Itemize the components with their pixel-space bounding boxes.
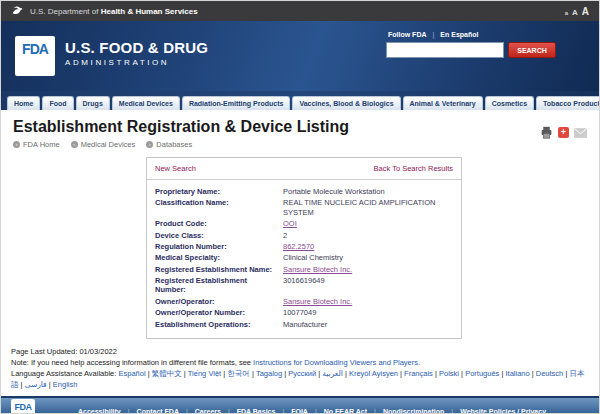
field-row: Classification Name:REAL TIME NUCLEIC AC…: [155, 198, 453, 217]
footer-link-separator: |: [374, 408, 376, 414]
breadcrumb-label: FDA Home: [23, 140, 60, 149]
field-label: Product Code:: [155, 219, 283, 228]
tab-tobacco-products[interactable]: Tobacco Products: [536, 96, 600, 110]
field-label: Owner/Operator Number:: [155, 308, 283, 317]
language-link[interactable]: Polski: [439, 369, 459, 378]
tab-animal-veterinary[interactable]: Animal & Veterinary: [403, 96, 483, 110]
footer-link-contact-fda[interactable]: Contact FDA: [137, 408, 179, 414]
language-assistance-label: Language Assistance Available:: [11, 369, 118, 378]
breadcrumb-label: Medical Devices: [81, 140, 136, 149]
share-icon[interactable]: +: [558, 127, 569, 138]
search-input[interactable]: [386, 42, 504, 58]
font-size-large[interactable]: A: [582, 6, 589, 17]
field-row: Registered Establishment Name:Sansure Bi…: [155, 265, 453, 274]
language-link[interactable]: العربية: [322, 369, 343, 378]
footer-link-accessibility[interactable]: Accessibility: [78, 408, 121, 414]
breadcrumb-label: Databases: [156, 140, 192, 149]
footer-link-website-policies-privacy[interactable]: Website Policies / Privacy: [460, 408, 546, 414]
tab-medical-devices[interactable]: Medical Devices: [112, 96, 180, 110]
page-title: Establishment Registration & Device List…: [13, 118, 587, 136]
hhs-dept-label: U.S. Department of Health & Human Servic…: [30, 7, 198, 16]
field-row: Owner/Operator Number:10077049: [155, 308, 453, 317]
field-row: Regulation Number:862.2570: [155, 242, 453, 251]
field-value[interactable]: 862.2570: [283, 242, 314, 251]
language-link[interactable]: 繁體中文: [152, 369, 182, 378]
language-link[interactable]: Русский: [288, 369, 316, 378]
file-formats-note: Note: If you need help accessing informa…: [11, 358, 589, 369]
font-size-medium[interactable]: A: [572, 8, 578, 17]
language-link[interactable]: Español: [118, 369, 145, 378]
language-assistance-line: Language Assistance Available: Español |…: [11, 369, 589, 391]
field-value: Manufacturer: [283, 320, 327, 329]
font-size-controls[interactable]: a A A: [565, 6, 589, 17]
footer-link-no-fear-act[interactable]: No FEAR Act: [324, 408, 367, 414]
viewers-players-link[interactable]: Instructions for Downloading Viewers and…: [253, 358, 420, 367]
language-link[interactable]: Tiếng Việt: [188, 369, 221, 378]
field-row: Registered Establishment Number:30166196…: [155, 276, 453, 295]
language-link[interactable]: Português: [465, 369, 499, 378]
field-value: 2: [283, 231, 287, 240]
footer-link-separator: |: [128, 408, 130, 414]
card-header: New Search Back To Search Results: [147, 158, 461, 180]
footer-link-separator: |: [228, 408, 230, 414]
field-label: Regulation Number:: [155, 242, 283, 251]
field-label: Device Class:: [155, 231, 283, 240]
field-label: Owner/Operator:: [155, 297, 283, 306]
language-link[interactable]: فارسی: [25, 380, 47, 389]
language-link[interactable]: Italiano: [505, 369, 529, 378]
field-value[interactable]: Sansure Biotech Inc.: [283, 297, 352, 306]
language-link[interactable]: Tagalog: [256, 369, 282, 378]
new-search-link[interactable]: New Search: [155, 164, 196, 173]
field-value: REAL TIME NUCLEIC ACID AMPLIFICATION SYS…: [283, 198, 453, 217]
footer-fda-logo[interactable]: FDA: [11, 399, 35, 414]
field-value[interactable]: OOI: [283, 219, 297, 228]
language-link[interactable]: Français: [404, 369, 433, 378]
search-button[interactable]: SEARCH: [508, 42, 556, 58]
field-value[interactable]: Sansure Biotech Inc.: [283, 265, 352, 274]
tab-home[interactable]: Home: [7, 96, 40, 110]
footer-link-separator: |: [451, 408, 453, 414]
footer-link-fda-basics[interactable]: FDA Basics: [237, 408, 276, 414]
page-action-icons: +: [540, 126, 587, 139]
field-row: Device Class:2: [155, 231, 453, 240]
field-label: Registered Establishment Number:: [155, 276, 283, 295]
hhs-eagle-icon: [11, 5, 24, 18]
field-row: Medical Specialty:Clinical Chemistry: [155, 253, 453, 262]
back-to-search-results-link[interactable]: Back To Search Results: [374, 164, 453, 173]
tab-vaccines-blood-biologics[interactable]: Vaccines, Blood & Biologics: [292, 96, 400, 110]
tab-cosmetics[interactable]: Cosmetics: [485, 96, 534, 110]
tab-radiation-emitting-products[interactable]: Radiation-Emitting Products: [182, 96, 291, 110]
device-listing-card: New Search Back To Search Results Propri…: [146, 157, 462, 339]
en-espanol-link[interactable]: En Español: [440, 31, 478, 38]
field-label: Classification Name:: [155, 198, 283, 217]
email-icon[interactable]: [574, 128, 587, 138]
footer-link-nondiscrimination[interactable]: Nondiscrimination: [383, 408, 444, 414]
print-icon[interactable]: [540, 126, 553, 139]
breadcrumb-item-fda-home[interactable]: ›FDA Home: [13, 140, 60, 149]
language-link[interactable]: Deutsch: [536, 369, 564, 378]
card-body: Proprietary Name:Portable Molecule Works…: [147, 180, 461, 338]
field-value: Clinical Chemistry: [283, 253, 343, 262]
footer-link-foia[interactable]: FOIA: [291, 408, 308, 414]
tab-drugs[interactable]: Drugs: [76, 96, 110, 110]
language-link[interactable]: 한국어: [227, 369, 250, 378]
page-bottom-info: Page Last Updated: 01/03/2022 Note: If y…: [1, 339, 599, 391]
breadcrumb-item-medical-devices[interactable]: ›Medical Devices: [71, 140, 136, 149]
language-link[interactable]: Kreyòl Ayisyen: [349, 369, 398, 378]
follow-fda-link[interactable]: Follow FDA: [388, 31, 427, 38]
agency-name-line2: ADMINISTRATION: [65, 58, 208, 67]
hhs-top-bar: U.S. Department of Health & Human Servic…: [1, 1, 599, 21]
tab-food[interactable]: Food: [42, 96, 73, 110]
footer-bar: FDA Accessibility|Contact FDA|Careers|FD…: [1, 396, 599, 414]
fda-logo[interactable]: FDA: [15, 36, 55, 76]
footer-link-separator: |: [315, 408, 317, 414]
field-value: 10077049: [283, 308, 316, 317]
primary-nav-tabs: HomeFoodDrugsMedical DevicesRadiation-Em…: [1, 91, 599, 110]
font-size-small[interactable]: a: [565, 10, 568, 16]
language-link[interactable]: English: [53, 380, 78, 389]
agency-name: U.S. FOOD & DRUG ADMINISTRATION: [65, 39, 208, 67]
footer-link-careers[interactable]: Careers: [195, 408, 221, 414]
field-value: Portable Molecule Workstation: [283, 187, 385, 196]
footer-link-separator: |: [282, 408, 284, 414]
breadcrumb-item-databases[interactable]: ›Databases: [146, 140, 192, 149]
